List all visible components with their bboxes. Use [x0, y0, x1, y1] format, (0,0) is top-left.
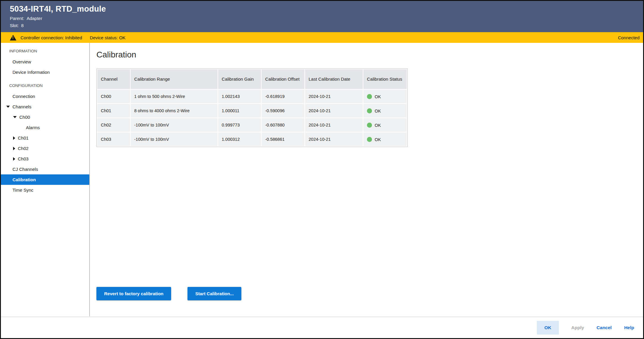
help-button[interactable]: Help: [624, 325, 634, 330]
chevron-down-icon[interactable]: [6, 106, 10, 108]
warning-triangle-icon: [10, 35, 16, 40]
chevron-right-icon[interactable]: [13, 147, 15, 150]
cell-channel: Ch00: [97, 90, 130, 103]
table-row-ch00: Ch001 ohm to 500 ohms 2-Wire1.002143-0.6…: [97, 90, 407, 103]
sidebar-item-channels[interactable]: Channels: [1, 101, 89, 112]
cell-gain: 1.000312: [218, 132, 261, 146]
cell-status: OK: [363, 132, 407, 146]
sidebar-item-label: CJ Channels: [12, 167, 38, 172]
ok-button[interactable]: OK: [537, 321, 559, 335]
sidebar-item-label: Ch00: [19, 115, 30, 120]
connection-state: Connected: [618, 35, 640, 40]
cell-gain: 1.000011: [218, 104, 261, 118]
sidebar-item-label: Calibration: [12, 177, 36, 182]
sidebar-item-ch03[interactable]: Ch03: [1, 154, 89, 164]
sidebar-item-label: Channels: [12, 104, 31, 109]
status-text: OK: [375, 123, 381, 128]
cell-channel: Ch02: [97, 118, 130, 132]
status-ok-dot-icon: [367, 94, 372, 99]
cell-status: OK: [363, 118, 407, 132]
module-title: 5034-IRT4I, RTD_module: [10, 4, 640, 14]
sidebar-item-label: Connection: [12, 94, 35, 99]
cell-date: 2024-10-21: [305, 104, 363, 118]
slot-label: Slot:: [10, 23, 19, 28]
sidebar-item-ch02[interactable]: Ch02: [1, 143, 89, 154]
cell-gain: 1.002143: [218, 90, 261, 103]
sidebar-item-label: Ch01: [18, 135, 29, 140]
status-ok-dot-icon: [367, 123, 372, 128]
chevron-down-icon[interactable]: [13, 116, 17, 118]
parent-row: Parent:Adapter: [10, 16, 640, 21]
cell-offset: -0.607880: [262, 118, 304, 132]
chevron-right-icon[interactable]: [13, 157, 15, 161]
content-row: INFORMATIONOverviewDevice InformationCON…: [1, 43, 643, 316]
module-properties-window: 5034-IRT4I, RTD_module Parent:Adapter Sl…: [0, 0, 644, 339]
sidebar-item-label: Ch02: [18, 146, 29, 151]
table-row-ch02: Ch02-100mV to 100mV0.999773-0.6078802024…: [97, 118, 407, 132]
sidebar-item-label: Overview: [12, 59, 31, 64]
cell-status: OK: [363, 104, 407, 118]
sidebar-item-ch01[interactable]: Ch01: [1, 133, 89, 143]
main-panel: Calibration ChannelCalibration RangeCali…: [90, 43, 643, 316]
sidebar-item-cj-channels[interactable]: CJ Channels: [1, 164, 89, 174]
column-header-channel: Channel: [97, 69, 130, 89]
cell-offset: -0.590096: [262, 104, 304, 118]
status-ok-dot-icon: [367, 137, 372, 142]
column-header-calibration-offset: Calibration Offset: [262, 69, 304, 89]
nav-sidebar: INFORMATIONOverviewDevice InformationCON…: [1, 43, 90, 316]
status-text: OK: [375, 94, 381, 99]
cell-channel: Ch03: [97, 132, 130, 146]
slot-value: 8: [21, 23, 24, 28]
title-bar: 5034-IRT4I, RTD_module Parent:Adapter Sl…: [1, 1, 643, 32]
column-header-last-calibration-date: Last Calibration Date: [305, 69, 363, 89]
cell-gain: 0.999773: [218, 118, 261, 132]
calibration-table: ChannelCalibration RangeCalibration Gain…: [96, 68, 408, 147]
column-header-calibration-status: Calibration Status: [363, 69, 407, 89]
calibration-table-body: Ch001 ohm to 500 ohms 2-Wire1.002143-0.6…: [97, 90, 407, 146]
cell-channel: Ch01: [97, 104, 130, 118]
apply-button[interactable]: Apply: [571, 325, 584, 330]
cell-range: -100mV to 100mV: [131, 118, 218, 132]
sidebar-item-ch00[interactable]: Ch00: [1, 112, 89, 122]
cell-range: 8 ohms to 4000 ohms 2-Wire: [131, 104, 218, 118]
cell-range: -100mV to 100mV: [131, 132, 218, 146]
sidebar-item-alarms[interactable]: Alarms: [1, 122, 89, 133]
cell-date: 2024-10-21: [305, 90, 363, 103]
sidebar-item-device-information[interactable]: Device Information: [1, 67, 89, 77]
status-text: OK: [375, 137, 381, 142]
chevron-right-icon[interactable]: [13, 136, 15, 140]
sidebar-section-configuration: CONFIGURATION: [1, 80, 89, 91]
sidebar-item-time-sync[interactable]: Time Sync: [1, 185, 89, 195]
calibration-actions: Revert to factory calibration Start Cali…: [96, 287, 241, 300]
sidebar-item-label: Alarms: [26, 125, 40, 130]
sidebar-item-label: Time Sync: [12, 188, 33, 193]
cell-range: 1 ohm to 500 ohms 2-Wire: [131, 90, 218, 103]
device-status: Device status: OK: [90, 35, 126, 40]
column-header-calibration-range: Calibration Range: [131, 69, 218, 89]
column-header-calibration-gain: Calibration Gain: [218, 69, 261, 89]
page-title: Calibration: [96, 50, 643, 60]
status-ok-dot-icon: [367, 108, 372, 113]
table-row-ch03: Ch03-100mV to 100mV1.000312-0.5868612024…: [97, 132, 407, 146]
cell-offset: -0.586861: [262, 132, 304, 146]
status-banner: Controller connection: Inhibited Device …: [1, 32, 643, 43]
dialog-footer: OK Apply Cancel Help: [1, 316, 643, 338]
cancel-button[interactable]: Cancel: [597, 325, 612, 330]
sidebar-item-overview[interactable]: Overview: [1, 57, 89, 67]
sidebar-item-calibration[interactable]: Calibration: [1, 174, 89, 185]
table-header-row: ChannelCalibration RangeCalibration Gain…: [97, 69, 407, 89]
start-calibration-button[interactable]: Start Calibration...: [187, 287, 241, 300]
sidebar-item-label: Device Information: [12, 70, 50, 75]
parent-value: Adapter: [26, 16, 42, 21]
cell-status: OK: [363, 90, 407, 103]
revert-factory-calibration-button[interactable]: Revert to factory calibration: [96, 287, 171, 300]
status-text: OK: [375, 109, 381, 113]
calibration-table-head: ChannelCalibration RangeCalibration Gain…: [97, 69, 407, 89]
cell-date: 2024-10-21: [305, 118, 363, 132]
slot-row: Slot:8: [10, 23, 640, 28]
cell-date: 2024-10-21: [305, 132, 363, 146]
parent-label: Parent:: [10, 16, 24, 21]
cell-offset: -0.618919: [262, 90, 304, 103]
sidebar-item-connection[interactable]: Connection: [1, 91, 89, 101]
sidebar-section-information: INFORMATION: [1, 45, 89, 57]
